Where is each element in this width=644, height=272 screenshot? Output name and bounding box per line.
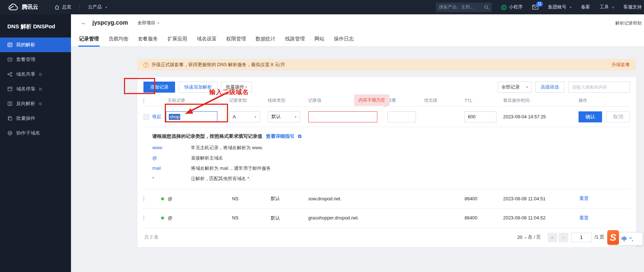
miniprogram-menu[interactable]: 小程序: [501, 4, 523, 10]
ttl-input[interactable]: [465, 111, 497, 122]
sidebar-item-my-resolution[interactable]: 我的解析: [0, 37, 71, 52]
chevron-down-icon: ▾: [522, 85, 528, 89]
back-arrow-icon[interactable]: ←: [81, 19, 87, 26]
help-desc: 直接解析主域名: [191, 155, 223, 161]
row-type: NS: [229, 196, 268, 201]
tab-website[interactable]: 网站: [314, 31, 325, 47]
record-filter-label: 全部记录: [501, 84, 520, 90]
col-last-operated: 最后操作时间: [503, 97, 579, 104]
tab-extensions[interactable]: 扩展应用: [167, 31, 188, 47]
sidebar-item-domain-sharing[interactable]: 域名共享 ⧉: [0, 67, 71, 82]
browser-window-icon: [7, 86, 13, 92]
detailed-guide-link[interactable]: 查看详细指引: [266, 133, 295, 139]
sidebar-item-domain-parking[interactable]: 域名停靠 ⧉: [0, 82, 71, 96]
tab-line-management[interactable]: 线路管理: [284, 31, 306, 47]
help-term[interactable]: mail: [152, 166, 191, 171]
weight-input[interactable]: [387, 111, 416, 122]
support-menu[interactable]: 客服支持: [623, 4, 642, 10]
nav-cloud-products[interactable]: 云产品 ▾: [88, 4, 107, 10]
pagination-bar: 共 2 条 20 ▾ 条 / 页 « ‹ /1 页 › »: [143, 228, 630, 247]
confirm-button[interactable]: 确认: [579, 111, 602, 122]
record-search-input[interactable]: [572, 85, 629, 90]
first-page-button[interactable]: «: [548, 233, 557, 242]
ime-punctuation-icon[interactable]: ”,: [629, 236, 633, 242]
tencent-cloud-logo[interactable]: 腾讯云: [7, 4, 38, 11]
line-type-select[interactable]: 默认 ▾: [268, 111, 300, 122]
nav-overview[interactable]: 总览: [54, 4, 71, 10]
group-account-menu[interactable]: 集团账号 ▾: [548, 4, 572, 10]
help-term[interactable]: *: [152, 176, 191, 181]
sidebar-item-collaborative-subdomains[interactable]: 协作子域名: [0, 126, 71, 140]
sidebar-item-label: 批量操作: [16, 115, 35, 122]
help-desc: 将域名解析为 mail.，通常用于邮件服务: [191, 165, 271, 172]
record-help-link[interactable]: 解析记录帮助: [615, 20, 642, 26]
ime-language-mode[interactable]: 中: [622, 236, 627, 243]
group-account-label: 集团账号: [548, 4, 566, 10]
record-value-input[interactable]: [308, 111, 377, 122]
chevron-down-icon: ▾: [106, 6, 107, 9]
help-term[interactable]: www: [152, 145, 191, 150]
external-link-icon: ⧉: [39, 87, 42, 92]
page-number-input[interactable]: [571, 233, 592, 242]
tab-permissions[interactable]: 权限管理: [225, 31, 247, 47]
tab-statistics[interactable]: 数据统计: [255, 31, 276, 47]
beian-menu[interactable]: 备案: [581, 4, 590, 10]
record-type-select[interactable]: A ▾: [229, 111, 260, 122]
reset-link[interactable]: 重置: [579, 215, 588, 221]
batch-operations-dropdown[interactable]: 批量操作 ▾: [221, 82, 252, 93]
tab-record-management[interactable]: 记录管理: [78, 31, 100, 47]
sidebar-item-label: 我的解析: [16, 42, 35, 48]
row-checkbox[interactable]: [143, 215, 144, 221]
upgrade-package-link[interactable]: 升级套餐: [612, 62, 630, 68]
row-ttl: 86400: [465, 196, 503, 201]
tools-menu[interactable]: 工具 ▾: [599, 4, 614, 10]
page-size-dropdown[interactable]: 20 ▾: [517, 235, 526, 240]
message-count-badge: 11: [536, 1, 543, 7]
host-record-input[interactable]: shop: [166, 111, 217, 122]
quick-add-button[interactable]: 快速添加解析: [179, 82, 217, 93]
sidebar-item-batch-operations[interactable]: 批量操作: [0, 111, 71, 126]
help-desc: 常见主机记录，将域名解析为 www.: [191, 145, 263, 151]
row-checkbox[interactable]: [143, 114, 149, 120]
row-value: grasshopper.dnspod.net.: [308, 215, 387, 221]
row-host: @: [168, 215, 172, 221]
table-header-row: 主机记录 记录类型 线路类型 记录值 权重 优先级 TTL 最后操作时间 操作 …: [143, 95, 630, 107]
col-actions: 操作: [579, 97, 630, 104]
advanced-filter-button[interactable]: 高级筛选: [535, 82, 565, 93]
collapse-link[interactable]: 收起: [152, 114, 161, 120]
chevron-down-icon: ▾: [295, 115, 296, 119]
home-icon: [54, 5, 60, 10]
sidebar-item-package-management[interactable]: 套餐管理: [0, 52, 71, 67]
row-value: sow.dnspod.net.: [308, 196, 387, 201]
sidebar-item-label: 套餐管理: [16, 56, 35, 63]
project-filter-dropdown[interactable]: 全部项目 ▾: [138, 20, 159, 26]
topbar-search[interactable]: 搜索产品、文档...: [436, 3, 492, 12]
help-term[interactable]: @: [152, 155, 191, 161]
reset-link[interactable]: 重置: [579, 196, 588, 201]
tab-domain-settings[interactable]: 域名设置: [196, 31, 217, 47]
prev-page-button[interactable]: ‹: [559, 233, 568, 242]
sogou-logo-icon[interactable]: S: [607, 230, 619, 245]
tab-load-balancing[interactable]: 负载均衡: [108, 31, 129, 47]
swap-arrows-icon: [7, 101, 13, 106]
search-icon: [484, 5, 489, 10]
tab-package-service[interactable]: 套餐服务: [137, 31, 159, 47]
sidebar-item-reverse-resolution[interactable]: 反向解析 ⧉: [0, 96, 71, 111]
batch-operations-label: 批量操作: [226, 84, 244, 90]
ime-toolbar[interactable]: S 中 ”,: [608, 232, 643, 246]
col-host: 主机记录: [161, 97, 229, 104]
beian-label: 备案: [581, 4, 590, 10]
warning-icon: !: [143, 62, 149, 68]
banner-message: 升级正式版套餐，获得更极致的 DNS 解析服务，最低仅需 8 元/月: [152, 62, 285, 68]
record-filter-dropdown[interactable]: 全部记录 ▾: [498, 82, 531, 93]
chevron-down-icon: ▾: [570, 6, 572, 9]
sidebar-item-label: 域名停靠: [16, 86, 35, 92]
row-type: NS: [229, 215, 268, 221]
select-all-checkbox[interactable]: [143, 98, 144, 104]
cancel-button[interactable]: 取消: [606, 111, 630, 122]
copy-icon: [7, 116, 13, 121]
tab-operation-log[interactable]: 操作日志: [333, 31, 355, 47]
row-checkbox[interactable]: [143, 196, 144, 202]
messages-menu[interactable]: 11: [532, 5, 538, 10]
add-record-button[interactable]: 添加记录: [143, 82, 175, 93]
